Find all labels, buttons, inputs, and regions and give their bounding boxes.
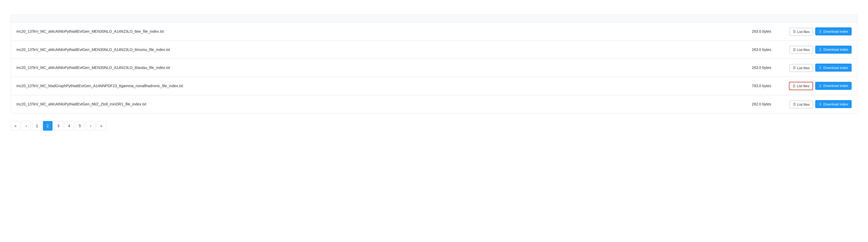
list-files-button[interactable]: ☰List files [789,28,813,36]
list-files-label: List files [797,102,810,107]
pagination-page-1[interactable]: 1 [32,121,42,131]
list-icon: ☰ [793,30,796,34]
actions-cell: ☰List files⇩Download index [777,23,857,41]
filename-cell: mc20_13TeV_MC_aMcAtNloPythia8EvtGen_MEN3… [11,23,734,41]
list-icon: ☰ [793,48,796,52]
actions-cell: ☰List files⇩Download index [777,59,857,77]
size-column-header [734,15,777,23]
table-row: mc20_13TeV_MC_MadGraphPythia8EvtGen_A14N… [11,77,857,95]
actions-column-header [777,15,857,23]
table-row: mc20_13TeV_MC_aMcAtNloPythia8EvtGen_MEN3… [11,40,857,59]
download-icon: ⇩ [819,48,822,52]
size-cell: 263.0 bytes [734,59,777,77]
pagination-last[interactable]: » [96,121,106,131]
list-files-button[interactable]: ☰List files [789,46,813,54]
pagination-page-3[interactable]: 3 [54,121,63,131]
actions-cell: ☰List files⇩Download index [777,77,857,95]
download-index-button[interactable]: ⇩Download index [815,27,851,35]
filename-cell: mc20_13TeV_MC_MadGraphPythia8EvtGen_A14N… [11,77,734,95]
download-index-button[interactable]: ⇩Download index [815,64,851,72]
pagination-first[interactable]: « [11,121,20,131]
download-index-label: Download index [823,84,848,88]
list-files-label: List files [797,66,810,70]
pagination-next[interactable]: › [86,121,95,131]
pagination-page-5[interactable]: 5 [75,121,85,131]
list-icon: ☰ [793,84,796,88]
download-index-button[interactable]: ⇩Download index [815,100,851,108]
file-indexes-table: mc20_13TeV_MC_aMcAtNloPythia8EvtGen_MEN3… [11,14,857,114]
pagination-page-2[interactable]: 2 [43,121,53,131]
list-files-button[interactable]: ☰List files [789,101,813,109]
actions-cell: ☰List files⇩Download index [777,40,857,59]
download-index-label: Download index [823,66,848,70]
pagination-page-4[interactable]: 4 [64,121,74,131]
filename-cell: mc20_13TeV_MC_aMcAtNloPythia8EvtGen_tWZ_… [11,95,734,113]
list-files-label: List files [797,48,810,52]
size-cell: 262.0 bytes [734,95,777,113]
download-index-label: Download index [823,30,848,34]
filename-cell: mc20_13TeV_MC_aMcAtNloPythia8EvtGen_MEN3… [11,59,734,77]
table-header-row [11,15,857,23]
download-index-button[interactable]: ⇩Download index [815,46,851,54]
list-files-label: List files [797,84,810,88]
list-icon: ☰ [793,66,796,70]
download-index-label: Download index [823,48,848,52]
filename-column-header [11,15,734,23]
download-icon: ⇩ [819,102,822,106]
size-cell: 263.0 bytes [734,40,777,59]
actions-cell: ☰List files⇩Download index [777,95,857,113]
table-row: mc20_13TeV_MC_aMcAtNloPythia8EvtGen_tWZ_… [11,95,857,113]
pagination: «‹12345›» [11,121,857,131]
pagination-prev[interactable]: ‹ [22,121,31,131]
download-icon: ⇩ [819,29,822,34]
download-icon: ⇩ [819,84,822,88]
size-cell: 263.0 bytes [734,23,777,41]
table-row: mc20_13TeV_MC_aMcAtNloPythia8EvtGen_MEN3… [11,23,857,41]
table-row: mc20_13TeV_MC_aMcAtNloPythia8EvtGen_MEN3… [11,59,857,77]
list-icon: ☰ [793,102,796,106]
filename-cell: mc20_13TeV_MC_aMcAtNloPythia8EvtGen_MEN3… [11,40,734,59]
list-files-label: List files [797,30,810,34]
list-files-button[interactable]: ☰List files [789,82,813,90]
size-cell: 783.0 bytes [734,77,777,95]
download-index-button[interactable]: ⇩Download index [815,82,851,90]
download-index-label: Download index [823,102,848,106]
list-files-button[interactable]: ☰List files [789,64,813,72]
download-icon: ⇩ [819,65,822,70]
